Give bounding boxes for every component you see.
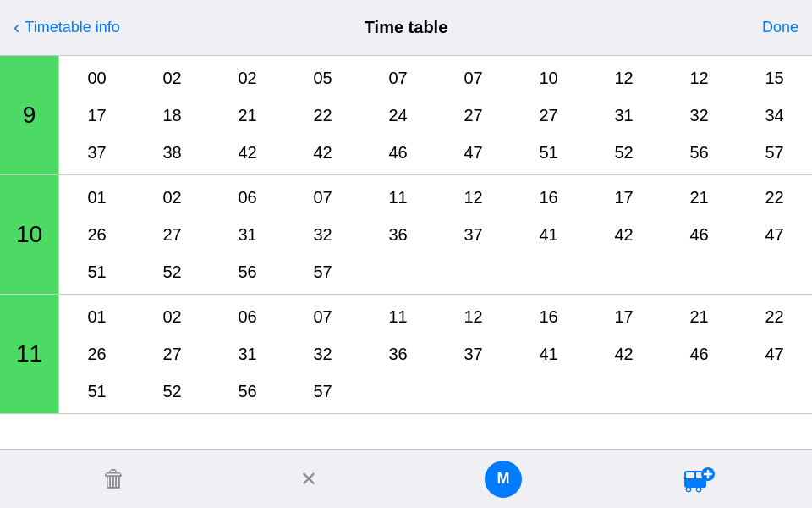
minute-cell: 51: [59, 253, 134, 290]
minute-cell: 27: [134, 216, 210, 253]
minute-cell: 37: [436, 216, 511, 253]
minute-cell: 01: [59, 179, 134, 216]
minute-cell: 02: [210, 59, 285, 97]
hour-label: 9: [0, 56, 59, 174]
hour-label: 10: [0, 175, 59, 294]
hour-label: 11: [0, 295, 59, 413]
minute-cell: 07: [436, 59, 511, 97]
minute-cell: 11: [360, 298, 436, 335]
minute-cell: 46: [360, 134, 436, 171]
minute-cell: 12: [436, 179, 511, 216]
minute-cell: 22: [737, 298, 812, 335]
minute-cell: 37: [436, 335, 511, 373]
minute-cell: 10: [511, 59, 586, 97]
minute-cell: 27: [134, 335, 210, 373]
minute-cell: 31: [586, 97, 661, 134]
minute-cell: 57: [285, 253, 360, 290]
minutes-grid: 0002020507071012121517182122242727313234…: [59, 56, 812, 174]
minute-cell: 36: [360, 216, 436, 253]
minute-cell: 16: [511, 298, 586, 335]
minute-cell: [511, 253, 586, 290]
minute-cell: 11: [360, 179, 436, 216]
minute-cell: 46: [661, 216, 737, 253]
minute-cell: 12: [661, 59, 737, 97]
minute-cell: [360, 373, 436, 410]
minute-cell: 26: [59, 216, 134, 253]
minute-cell: 32: [285, 335, 360, 373]
done-button[interactable]: Done: [762, 19, 798, 36]
close-button[interactable]: ✕: [283, 458, 334, 500]
minute-cell: 56: [210, 373, 285, 410]
bus-m-button[interactable]: M: [478, 458, 529, 500]
toolbar: 🗑 ✕ M: [0, 449, 812, 508]
minute-cell: 02: [134, 59, 210, 97]
minute-cell: 07: [285, 179, 360, 216]
minute-cell: 52: [586, 134, 661, 171]
minute-cell: 07: [285, 298, 360, 335]
minute-cell: 47: [436, 134, 511, 171]
minute-cell: 06: [210, 179, 285, 216]
minute-cell: 22: [285, 97, 360, 134]
timetable: 9000202050707101212151718212224272731323…: [0, 56, 812, 449]
minute-cell: 05: [285, 59, 360, 97]
x-icon: ✕: [300, 467, 317, 491]
minute-cell: 37: [59, 134, 134, 171]
minute-cell: 57: [737, 134, 812, 171]
minute-cell: 42: [586, 216, 661, 253]
minute-cell: [737, 253, 812, 290]
minute-cell: 31: [210, 216, 285, 253]
minute-cell: 18: [134, 97, 210, 134]
minute-cell: [436, 253, 511, 290]
hour-block: 1101020607111216172122262731323637414246…: [0, 295, 812, 414]
minute-cell: 12: [436, 298, 511, 335]
minute-cell: 17: [586, 179, 661, 216]
minute-cell: [737, 373, 812, 410]
minute-cell: 26: [59, 335, 134, 373]
minute-cell: 02: [134, 179, 210, 216]
minute-cell: 21: [661, 179, 737, 216]
minute-cell: 51: [59, 373, 134, 410]
minute-cell: 52: [134, 253, 210, 290]
delete-button[interactable]: 🗑: [89, 458, 140, 500]
svg-point-4: [687, 488, 690, 491]
header: ‹ Timetable info Time table Done: [0, 0, 812, 56]
minute-cell: [586, 373, 661, 410]
minute-cell: 27: [511, 97, 586, 134]
minute-cell: [661, 373, 737, 410]
minute-cell: 21: [210, 97, 285, 134]
back-label: Timetable info: [25, 19, 119, 36]
minute-cell: 32: [661, 97, 737, 134]
hour-block: 9000202050707101212151718212224272731323…: [0, 56, 812, 175]
minute-cell: 27: [436, 97, 511, 134]
minute-cell: 16: [511, 179, 586, 216]
back-button[interactable]: ‹ Timetable info: [14, 19, 120, 37]
hour-block: 1001020607111216172122262731323637414246…: [0, 175, 812, 295]
chevron-left-icon: ‹: [14, 19, 19, 37]
minute-cell: 52: [134, 373, 210, 410]
minute-cell: 32: [285, 216, 360, 253]
minute-cell: 02: [134, 298, 210, 335]
minute-cell: 57: [285, 373, 360, 410]
minute-cell: [661, 253, 737, 290]
minute-cell: 21: [661, 298, 737, 335]
minute-cell: [436, 373, 511, 410]
minute-cell: [511, 373, 586, 410]
minute-cell: [360, 253, 436, 290]
minute-cell: 12: [586, 59, 661, 97]
minutes-grid: 0102060711121617212226273132363741424647…: [59, 295, 812, 413]
minute-cell: 56: [661, 134, 737, 171]
minute-cell: 01: [59, 298, 134, 335]
minute-cell: [586, 253, 661, 290]
minute-cell: 36: [360, 335, 436, 373]
minute-cell: 34: [737, 97, 812, 134]
bus-m-icon: M: [485, 461, 522, 498]
minute-cell: 41: [511, 335, 586, 373]
bus-m-label: M: [497, 470, 510, 488]
minute-cell: 17: [59, 97, 134, 134]
add-bus-button[interactable]: [672, 458, 723, 500]
minute-cell: 22: [737, 179, 812, 216]
minute-cell: 17: [586, 298, 661, 335]
minute-cell: 42: [285, 134, 360, 171]
add-bus-icon: [681, 462, 715, 496]
svg-rect-1: [686, 472, 694, 478]
